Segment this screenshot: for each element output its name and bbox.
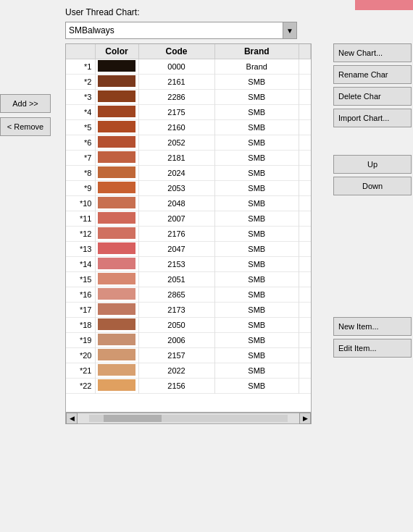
row-color <box>95 90 138 105</box>
row-code: 2048 <box>138 196 214 211</box>
main-container: Add >> < Remove User Thread Chart: SMBal… <box>0 0 413 532</box>
row-color <box>95 151 138 166</box>
content-area: SMBalways ▼ Color Code Brand <box>65 22 413 424</box>
dropdown-arrow-icon[interactable]: ▼ <box>283 22 297 39</box>
scroll-left-arrow[interactable]: ◀ <box>66 413 78 424</box>
table-row[interactable]: *72181SMB <box>66 151 311 166</box>
row-color <box>95 318 138 333</box>
row-code: 2865 <box>138 287 214 303</box>
row-code: 2022 <box>138 363 214 379</box>
row-brand: SMB <box>214 227 299 242</box>
row-index: *13 <box>66 242 95 257</box>
row-code: 2051 <box>138 272 214 287</box>
row-index: *6 <box>66 135 95 151</box>
table-row[interactable]: *82024SMB <box>66 166 311 181</box>
add-button[interactable]: Add >> <box>0 94 51 113</box>
row-code: 2160 <box>138 120 214 135</box>
row-index: *22 <box>66 379 95 394</box>
table-row[interactable]: *122176SMB <box>66 227 311 242</box>
row-code: 2175 <box>138 105 214 120</box>
row-index: *14 <box>66 257 95 272</box>
row-index: *19 <box>66 333 95 348</box>
table-row[interactable]: *52160SMB <box>66 120 311 135</box>
row-brand: SMB <box>214 272 299 287</box>
table-row[interactable]: *62052SMB <box>66 135 311 151</box>
col-index <box>66 44 95 59</box>
row-index: *2 <box>66 75 95 90</box>
row-color <box>95 333 138 348</box>
new-item-button[interactable]: New Item... <box>333 317 412 336</box>
table-row[interactable]: *42175SMB <box>66 105 311 120</box>
row-index: *1 <box>66 59 95 75</box>
dropdown-wrapper: SMBalways ▼ <box>65 22 297 39</box>
table-row[interactable]: *32286SMB <box>66 90 311 105</box>
row-color <box>95 242 138 257</box>
row-code: 2173 <box>138 303 214 318</box>
row-index: *4 <box>66 105 95 120</box>
table-row[interactable]: *132047SMB <box>66 242 311 257</box>
row-brand: SMB <box>214 363 299 379</box>
thread-table: Color Code Brand *10000Brand*22161SMB*32… <box>66 44 311 394</box>
left-side-buttons: Add >> < Remove <box>0 94 51 136</box>
row-code: 2007 <box>138 211 214 227</box>
table-scroll[interactable]: Color Code Brand *10000Brand*22161SMB*32… <box>66 44 311 412</box>
table-row[interactable]: *22161SMB <box>66 75 311 90</box>
row-index: *15 <box>66 272 95 287</box>
row-color <box>95 105 138 120</box>
row-index: *17 <box>66 303 95 318</box>
rename-chart-button[interactable]: Rename Char <box>333 65 412 84</box>
scroll-right-arrow[interactable]: ▶ <box>299 413 311 424</box>
row-index: *10 <box>66 196 95 211</box>
down-button[interactable]: Down <box>333 177 412 195</box>
row-color <box>95 196 138 211</box>
scroll-track-h[interactable] <box>89 415 288 422</box>
row-brand: Brand <box>214 59 299 75</box>
table-row[interactable]: *222156SMB <box>66 379 311 394</box>
table-row[interactable]: *112007SMB <box>66 211 311 227</box>
import-chart-button[interactable]: Import Chart... <box>333 109 412 127</box>
table-row[interactable]: *102048SMB <box>66 196 311 211</box>
row-brand: SMB <box>214 348 299 363</box>
edit-item-button[interactable]: Edit Item... <box>333 339 412 358</box>
chart-dropdown[interactable]: SMBalways <box>65 22 297 39</box>
row-index: *12 <box>66 227 95 242</box>
table-row[interactable]: *202157SMB <box>66 348 311 363</box>
row-brand: SMB <box>214 166 299 181</box>
row-color <box>95 120 138 135</box>
table-row[interactable]: *212022SMB <box>66 363 311 379</box>
table-row[interactable]: *152051SMB <box>66 272 311 287</box>
scroll-thumb-h[interactable] <box>104 415 162 422</box>
up-button[interactable]: Up <box>333 155 412 174</box>
table-row[interactable]: *162865SMB <box>66 287 311 303</box>
row-index: *20 <box>66 348 95 363</box>
row-brand: SMB <box>214 135 299 151</box>
row-color <box>95 348 138 363</box>
dropdown-row: SMBalways ▼ <box>65 22 328 39</box>
new-chart-button[interactable]: New Chart... <box>333 43 412 62</box>
row-code: 2157 <box>138 348 214 363</box>
row-color <box>95 379 138 394</box>
table-row[interactable]: *182050SMB <box>66 318 311 333</box>
table-row[interactable]: *92053SMB <box>66 181 311 196</box>
row-color <box>95 227 138 242</box>
row-brand: SMB <box>214 181 299 196</box>
table-row[interactable]: *172173SMB <box>66 303 311 318</box>
row-brand: SMB <box>214 211 299 227</box>
row-brand: SMB <box>214 379 299 394</box>
row-code: 2053 <box>138 181 214 196</box>
table-row[interactable]: *192006SMB <box>66 333 311 348</box>
row-code: 2024 <box>138 166 214 181</box>
row-color <box>95 257 138 272</box>
row-index: *5 <box>66 120 95 135</box>
col-color: Color <box>95 44 138 59</box>
row-brand: SMB <box>214 75 299 90</box>
horizontal-scrollbar[interactable]: ◀ ▶ <box>65 413 312 424</box>
table-row[interactable]: *10000Brand <box>66 59 311 75</box>
row-brand: SMB <box>214 151 299 166</box>
table-row[interactable]: *142153SMB <box>66 257 311 272</box>
row-color <box>95 287 138 303</box>
delete-chart-button[interactable]: Delete Char <box>333 87 412 106</box>
row-color <box>95 272 138 287</box>
row-index: *3 <box>66 90 95 105</box>
remove-button[interactable]: < Remove <box>0 117 51 136</box>
